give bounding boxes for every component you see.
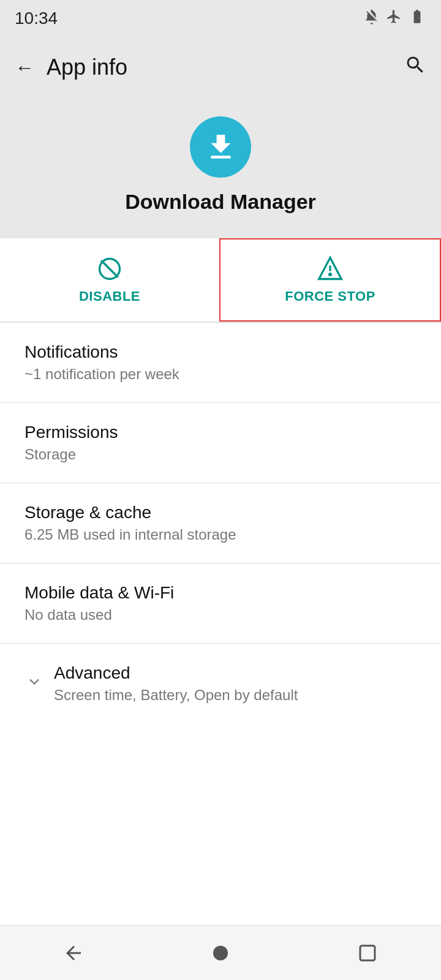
mobile-data-item[interactable]: Mobile data & Wi-Fi No data used — [0, 564, 441, 643]
mobile-data-title: Mobile data & Wi-Fi — [24, 583, 417, 603]
airplane-icon — [386, 9, 402, 28]
list-section: Notifications ~1 notification per week P… — [0, 323, 441, 925]
permissions-item[interactable]: Permissions Storage — [0, 403, 441, 483]
permissions-content: Permissions Storage — [24, 423, 417, 463]
storage-title: Storage & cache — [24, 503, 417, 522]
search-button[interactable] — [404, 54, 426, 81]
app-header: Download Manager — [0, 98, 441, 238]
app-icon — [190, 116, 251, 178]
advanced-title: Advanced — [54, 663, 417, 683]
status-time: 10:34 — [15, 9, 58, 28]
app-name: Download Manager — [125, 190, 316, 214]
svg-line-1 — [101, 260, 118, 277]
storage-content: Storage & cache 6.25 MB used in internal… — [24, 503, 417, 543]
disable-button[interactable]: DISABLE — [0, 238, 219, 322]
svg-rect-5 — [360, 946, 375, 960]
mute-icon — [364, 9, 380, 28]
notifications-subtitle: ~1 notification per week — [24, 366, 417, 383]
status-bar: 10:34 — [0, 0, 441, 37]
advanced-item[interactable]: Advanced Screen time, Battery, Open by d… — [0, 644, 441, 723]
disable-icon — [96, 255, 123, 282]
disable-label: DISABLE — [79, 288, 140, 304]
nav-recent-icon — [356, 942, 379, 964]
svg-point-4 — [213, 946, 228, 960]
force-stop-icon — [317, 255, 344, 282]
force-stop-button[interactable]: FORCE STOP — [219, 238, 441, 322]
nav-recent-button[interactable] — [349, 935, 386, 971]
nav-home-icon — [209, 942, 232, 964]
nav-back-button[interactable] — [55, 935, 92, 971]
download-icon — [204, 130, 238, 164]
top-bar-left: ← App info — [15, 55, 127, 80]
actions-row: DISABLE FORCE STOP — [0, 238, 441, 322]
back-button[interactable]: ← — [15, 56, 34, 79]
storage-item[interactable]: Storage & cache 6.25 MB used in internal… — [0, 483, 441, 563]
top-bar: ← App info — [0, 37, 441, 98]
notifications-content: Notifications ~1 notification per week — [24, 342, 417, 383]
mobile-data-subtitle: No data used — [24, 606, 417, 624]
permissions-title: Permissions — [24, 423, 417, 442]
nav-bar — [0, 925, 441, 980]
mobile-data-content: Mobile data & Wi-Fi No data used — [24, 583, 417, 624]
nav-home-button[interactable] — [202, 935, 239, 971]
notifications-title: Notifications — [24, 342, 417, 362]
status-icons — [364, 9, 426, 28]
battery-icon — [408, 9, 426, 28]
advanced-subtitle: Screen time, Battery, Open by default — [54, 687, 417, 704]
chevron-down-icon — [24, 672, 44, 696]
force-stop-label: FORCE STOP — [285, 288, 375, 304]
storage-subtitle: 6.25 MB used in internal storage — [24, 526, 417, 543]
svg-point-3 — [330, 274, 331, 276]
page-title: App info — [47, 55, 127, 80]
permissions-subtitle: Storage — [24, 446, 417, 463]
nav-back-icon — [62, 942, 85, 964]
advanced-content: Advanced Screen time, Battery, Open by d… — [54, 663, 417, 704]
notifications-item[interactable]: Notifications ~1 notification per week — [0, 323, 441, 402]
